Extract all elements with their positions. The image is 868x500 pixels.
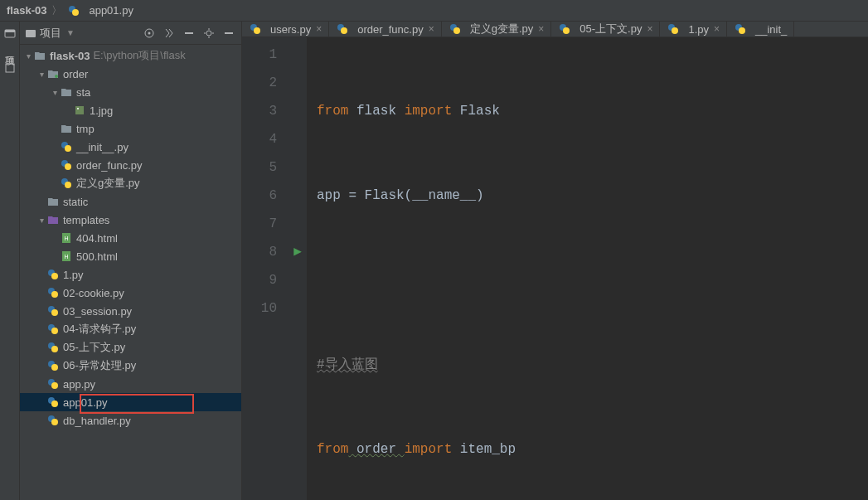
svg-point-35 [51,364,58,371]
code-content[interactable]: from flask import Flask app = Flask(__na… [307,37,868,500]
tree-row-static[interactable]: static [20,192,241,211]
tree-label: app01.py [63,396,108,409]
tree-row-jpg[interactable]: 1.jpg [20,101,241,119]
chevron-down-icon[interactable]: ▾ [36,216,46,225]
tree-label: 02-cookie.py [63,287,124,299]
tree-row-app01[interactable]: app01.py [20,393,241,411]
python-file-icon [60,140,73,153]
tree-row-hook[interactable]: 04-请求钩子.py [20,320,241,338]
svg-text:H: H [64,254,68,260]
folder-icon [46,67,60,80]
python-file-icon [46,359,60,372]
tree-label: order_func.py [76,159,143,172]
folder-icon [33,49,46,62]
breadcrumb-sep: 〉 [51,3,62,18]
python-file-icon [60,158,73,172]
svg-point-33 [51,346,58,352]
tree-label: db_handler.py [63,415,131,427]
tree-row-ctx[interactable]: 05-上下文.py [20,338,241,357]
project-tree[interactable]: ▾ flask-03 E:\python项目\flask ▾ order ▾ s… [20,45,241,500]
close-icon[interactable]: × [647,23,652,35]
tree-label: templates [63,214,109,226]
chevron-down-icon[interactable]: ▾ [50,88,60,97]
close-icon[interactable]: × [538,23,544,35]
svg-point-43 [254,27,260,34]
tree-label: 05-上下文.py [63,340,125,355]
tree-label: 03_session.py [63,305,132,318]
tree-row-404[interactable]: H 404.html [20,229,241,247]
tree-row-orderfunc[interactable]: order_func.py [20,156,241,174]
tree-label: 1.jpg [90,104,113,117]
tab-label: 05-上下文.py [579,22,642,36]
tree-row-dbh[interactable]: db_handler.py [20,411,241,430]
python-file-icon [249,22,262,36]
tree-row-500[interactable]: H 500.html [20,247,241,265]
svg-point-49 [563,27,570,34]
python-file-icon [46,396,60,409]
tree-label: 1.py [63,269,84,281]
expand-icon[interactable] [162,26,177,41]
tree-row-root[interactable]: ▾ flask-03 E:\python项目\flask [20,46,241,65]
tab-users[interactable]: users.py × [242,22,329,36]
tree-row-exc[interactable]: 06-异常处理.py [20,357,241,375]
svg-rect-3 [5,30,15,32]
tab-label: 定义g变量.py [470,22,534,36]
breadcrumb-file[interactable]: app01.py [89,4,133,17]
project-tool-icon[interactable] [3,27,17,40]
project-icon [25,27,36,39]
close-icon[interactable]: × [714,23,720,35]
close-icon[interactable]: × [429,23,434,35]
svg-point-17 [65,163,71,170]
hide-icon[interactable] [221,26,236,41]
tree-row-1py[interactable]: 1.py [20,265,241,284]
tree-row-cookie[interactable]: 02-cookie.py [20,284,241,302]
tab-gvar[interactable]: 定义g变量.py × [442,22,552,36]
tree-label: flask-03 [50,50,90,62]
svg-rect-5 [26,30,36,37]
tree-row-gvar[interactable]: 定义g变量.py [20,174,241,192]
tab-1py[interactable]: 1.py × [660,22,727,36]
svg-rect-4 [6,64,14,72]
svg-point-19 [65,182,71,188]
python-file-icon [449,22,462,36]
tree-row-app[interactable]: app.py [20,375,241,393]
run-icon[interactable]: ▶ [289,238,307,266]
svg-rect-10 [225,32,233,34]
tree-label: order [63,68,88,80]
collapse-icon[interactable] [182,26,196,41]
code-editor[interactable]: 1 2 3 4 5 6 7 8 9 10 ▶ from flask import… [242,37,868,500]
gear-icon[interactable] [201,26,216,41]
svg-point-29 [51,309,58,316]
tree-label: app.py [63,378,95,391]
locate-icon[interactable] [142,26,157,41]
tab-ctx[interactable]: 05-上下文.py × [551,22,660,36]
tree-label: 06-异常处理.py [63,358,136,373]
chevron-down-icon[interactable]: ▾ [36,70,46,79]
tree-row-session[interactable]: 03_session.py [20,302,241,320]
python-file-icon [67,4,80,17]
tree-row-sta[interactable]: ▾ sta [20,83,241,101]
python-file-icon [667,22,680,36]
chevron-down-icon[interactable]: ▾ [23,51,33,61]
tree-row-templates[interactable]: ▾ templates [20,211,241,229]
svg-point-37 [51,382,58,389]
python-file-icon [46,414,60,427]
tree-label: sta [76,86,90,99]
svg-point-9 [206,31,211,36]
tree-row-tmp[interactable]: tmp [20,119,241,138]
structure-tool-icon[interactable] [3,61,17,75]
tree-row-init[interactable]: __init__.py [20,138,241,156]
project-panel-title[interactable]: 项目 ▼ [25,26,137,41]
python-file-icon [46,377,60,391]
close-icon[interactable]: × [316,23,322,35]
python-file-icon [558,22,571,36]
tree-label: 04-请求钩子.py [63,322,136,337]
tree-row-order[interactable]: ▾ order [20,65,241,83]
svg-point-39 [51,400,58,407]
tree-label: 定义g变量.py [76,176,140,191]
tab-orderfunc[interactable]: order_func.py × [329,22,442,36]
folder-icon [46,195,60,208]
breadcrumb-project[interactable]: flask-03 [7,4,46,17]
tab-init[interactable]: __init_ [727,22,794,36]
tree-label: tmp [76,123,95,135]
